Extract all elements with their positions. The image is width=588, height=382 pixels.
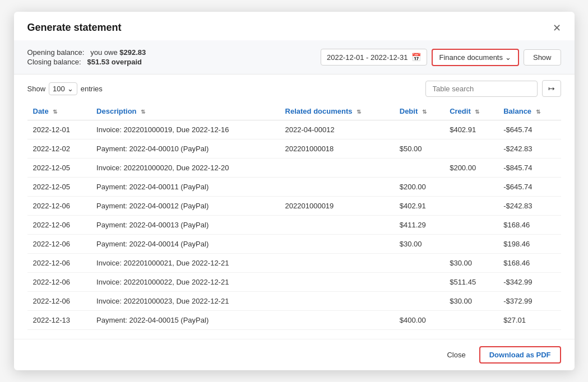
top-controls: 2022-12-01 - 2022-12-31 📅 Finance docume…	[321, 49, 561, 66]
col-description[interactable]: Description ⇅	[91, 103, 280, 120]
cell-balance: -$645.74	[498, 178, 561, 197]
entries-select[interactable]: 100 ⌄	[49, 82, 77, 95]
show-label: Show	[27, 85, 46, 93]
col-credit[interactable]: Credit ⇅	[444, 103, 498, 120]
export-button[interactable]: ↦	[542, 80, 561, 97]
sort-icon-credit: ⇅	[475, 109, 479, 115]
closing-value: $51.53 overpaid	[87, 58, 142, 66]
cell-description: Payment: 2022-04-00012 (PayPal)	[91, 197, 280, 216]
table-row: 2022-12-05Invoice: 202201000020, Due 202…	[27, 159, 561, 178]
show-button[interactable]: Show	[524, 49, 561, 66]
cell-debit: $411.29	[394, 216, 444, 235]
cell-description: Invoice: 202201000021, Due 2022-12-21	[91, 254, 280, 273]
cell-related_docs: 202201000019	[280, 197, 394, 216]
cell-date: 2022-12-02	[27, 139, 91, 159]
cell-balance: -$845.74	[498, 159, 561, 178]
cell-date: 2022-12-05	[27, 178, 91, 197]
cell-related_docs	[280, 311, 394, 330]
chevron-down-icon: ⌄	[505, 53, 511, 62]
entries-value: 100	[53, 85, 65, 93]
download-pdf-button[interactable]: Download as PDF	[479, 346, 561, 364]
sort-icon-date: ⇅	[53, 109, 57, 115]
statement-table: Date ⇅ Description ⇅ Related documents ⇅	[27, 103, 561, 330]
modal: Generate statement ✕ Opening balance: yo…	[14, 12, 575, 370]
cell-date: 2022-12-05	[27, 159, 91, 178]
cell-balance: $168.46	[498, 254, 561, 273]
table-row: 2022-12-06Invoice: 202201000021, Due 202…	[27, 254, 561, 273]
cell-related_docs	[280, 216, 394, 235]
table-head: Date ⇅ Description ⇅ Related documents ⇅	[27, 103, 561, 120]
cell-debit	[394, 159, 444, 178]
cell-debit: $50.00	[394, 139, 444, 159]
closing-balance-row: Closing balance: $51.53 overpaid	[27, 58, 146, 66]
cell-balance: -$372.99	[498, 292, 561, 311]
cell-credit	[444, 311, 498, 330]
cell-balance: -$342.99	[498, 273, 561, 292]
table-row: 2022-12-06Payment: 2022-04-00014 (PayPal…	[27, 235, 561, 254]
cell-date: 2022-12-06	[27, 235, 91, 254]
table-header-row: Date ⇅ Description ⇅ Related documents ⇅	[27, 103, 561, 120]
table-controls: Show 100 ⌄ entries ↦	[14, 74, 575, 103]
finance-documents-button[interactable]: Finance documents ⌄	[432, 49, 519, 66]
calendar-icon[interactable]: 📅	[411, 53, 421, 62]
cell-description: Invoice: 202201000020, Due 2022-12-20	[91, 159, 280, 178]
cell-description: Payment: 2022-04-00010 (PayPal)	[91, 139, 280, 159]
cell-description: Invoice: 202201000023, Due 2022-12-21	[91, 292, 280, 311]
col-balance[interactable]: Balance ⇅	[498, 103, 561, 120]
cell-credit	[444, 216, 498, 235]
modal-header: Generate statement ✕	[14, 12, 575, 40]
modal-footer: Close Download as PDF	[14, 339, 575, 370]
table-row: 2022-12-05Payment: 2022-04-00011 (PayPal…	[27, 178, 561, 197]
cell-description: Payment: 2022-04-00013 (PayPal)	[91, 216, 280, 235]
cell-description: Invoice: 202201000022, Due 2022-12-21	[91, 273, 280, 292]
sort-icon-related-docs: ⇅	[356, 109, 361, 115]
cell-credit: $200.00	[444, 159, 498, 178]
finance-docs-label: Finance documents	[439, 53, 503, 62]
cell-related_docs: 2022-04-00012	[280, 120, 394, 139]
table-row: 2022-12-13Payment: 2022-04-00015 (PayPal…	[27, 311, 561, 330]
cell-debit	[394, 292, 444, 311]
table-row: 2022-12-02Payment: 2022-04-00010 (PayPal…	[27, 139, 561, 159]
export-icon: ↦	[548, 84, 555, 93]
cell-debit	[394, 254, 444, 273]
cell-related_docs	[280, 235, 394, 254]
cell-description: Payment: 2022-04-00011 (PayPal)	[91, 178, 280, 197]
cell-related_docs	[280, 159, 394, 178]
cell-date: 2022-12-06	[27, 254, 91, 273]
modal-title: Generate statement	[27, 22, 122, 34]
cell-debit: $200.00	[394, 178, 444, 197]
date-range-text: 2022-12-01 - 2022-12-31	[327, 53, 408, 62]
date-range-input[interactable]: 2022-12-01 - 2022-12-31 📅	[321, 49, 427, 66]
cell-balance: -$242.83	[498, 139, 561, 159]
cell-related_docs	[280, 254, 394, 273]
cell-credit: $30.00	[444, 292, 498, 311]
cell-date: 2022-12-06	[27, 273, 91, 292]
table-body: 2022-12-01Invoice: 202201000019, Due 202…	[27, 120, 561, 330]
cell-balance: $27.01	[498, 311, 561, 330]
cell-date: 2022-12-13	[27, 311, 91, 330]
top-bar: Opening balance: you owe $292.83 Closing…	[14, 40, 575, 74]
sort-icon-debit: ⇅	[422, 109, 427, 115]
cell-date: 2022-12-06	[27, 216, 91, 235]
cell-date: 2022-12-06	[27, 197, 91, 216]
cell-credit	[444, 178, 498, 197]
col-related-docs[interactable]: Related documents ⇅	[280, 103, 394, 120]
col-date[interactable]: Date ⇅	[27, 103, 91, 120]
col-debit[interactable]: Debit ⇅	[394, 103, 444, 120]
table-search-input[interactable]	[425, 81, 538, 97]
table-container[interactable]: Date ⇅ Description ⇅ Related documents ⇅	[14, 103, 575, 339]
search-export: ↦	[425, 80, 561, 97]
dropdown-icon: ⌄	[67, 85, 73, 93]
cell-balance: $168.46	[498, 216, 561, 235]
cell-related_docs	[280, 273, 394, 292]
close-button[interactable]: Close	[440, 347, 472, 362]
table-row: 2022-12-01Invoice: 202201000019, Due 202…	[27, 120, 561, 139]
cell-debit	[394, 273, 444, 292]
table-row: 2022-12-06Payment: 2022-04-00013 (PayPal…	[27, 216, 561, 235]
table-row: 2022-12-06Payment: 2022-04-00012 (PayPal…	[27, 197, 561, 216]
modal-body: Opening balance: you owe $292.83 Closing…	[14, 40, 575, 339]
closing-label: Closing balance:	[27, 58, 81, 66]
opening-balance-row: Opening balance: you owe $292.83	[27, 48, 146, 57]
close-icon[interactable]: ✕	[553, 23, 561, 33]
cell-debit	[394, 120, 444, 139]
